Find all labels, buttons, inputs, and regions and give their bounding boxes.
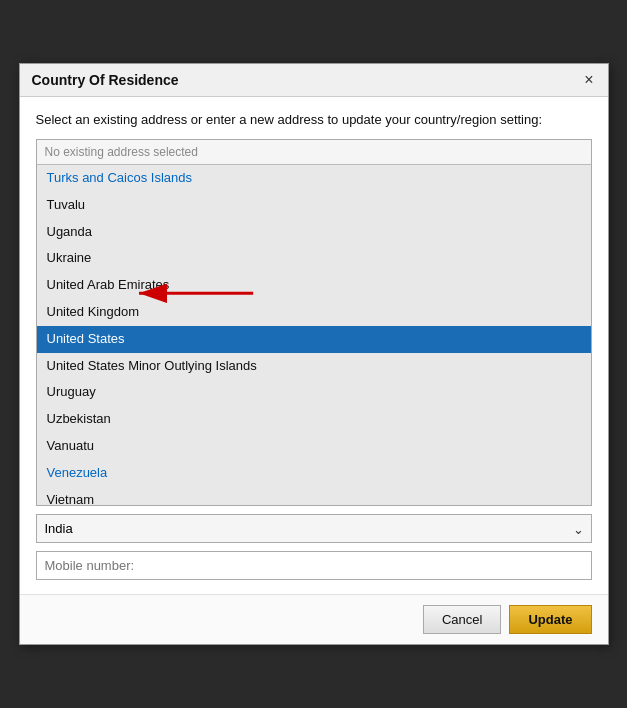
list-item[interactable]: Vanuatu bbox=[37, 433, 591, 460]
cancel-button[interactable]: Cancel bbox=[423, 605, 501, 634]
update-button[interactable]: Update bbox=[509, 605, 591, 634]
list-item[interactable]: Tuvalu bbox=[37, 192, 591, 219]
list-item[interactable]: United States bbox=[37, 326, 591, 353]
region-select-wrapper: IndiaUnited StatesUnited KingdomAustrali… bbox=[36, 514, 592, 543]
country-list[interactable]: Turks and Caicos IslandsTuvaluUgandaUkra… bbox=[37, 165, 591, 505]
dropdown-header: No existing address selected bbox=[37, 140, 591, 165]
country-dropdown-container: No existing address selected Turks and C… bbox=[36, 139, 592, 506]
list-item[interactable]: United Arab Emirates bbox=[37, 272, 591, 299]
list-item[interactable]: Turks and Caicos Islands bbox=[37, 165, 591, 192]
list-item[interactable]: Uzbekistan bbox=[37, 406, 591, 433]
country-residence-dialog: Country Of Residence × Select an existin… bbox=[19, 63, 609, 645]
list-item[interactable]: Ukraine bbox=[37, 245, 591, 272]
list-item[interactable]: United States Minor Outlying Islands bbox=[37, 353, 591, 380]
region-select[interactable]: IndiaUnited StatesUnited KingdomAustrali… bbox=[36, 514, 592, 543]
dialog-footer: Cancel Update bbox=[20, 594, 608, 644]
list-item[interactable]: Uganda bbox=[37, 219, 591, 246]
list-item[interactable]: United Kingdom bbox=[37, 299, 591, 326]
mobile-input-wrapper bbox=[36, 551, 592, 580]
instruction-text: Select an existing address or enter a ne… bbox=[36, 111, 592, 129]
dialog-title: Country Of Residence bbox=[32, 72, 179, 88]
dialog-titlebar: Country Of Residence × bbox=[20, 64, 608, 97]
dialog-body: Select an existing address or enter a ne… bbox=[20, 97, 608, 594]
mobile-input[interactable] bbox=[36, 551, 592, 580]
list-item[interactable]: Venezuela bbox=[37, 460, 591, 487]
list-item[interactable]: Vietnam bbox=[37, 487, 591, 505]
list-item[interactable]: Uruguay bbox=[37, 379, 591, 406]
close-button[interactable]: × bbox=[582, 72, 595, 88]
